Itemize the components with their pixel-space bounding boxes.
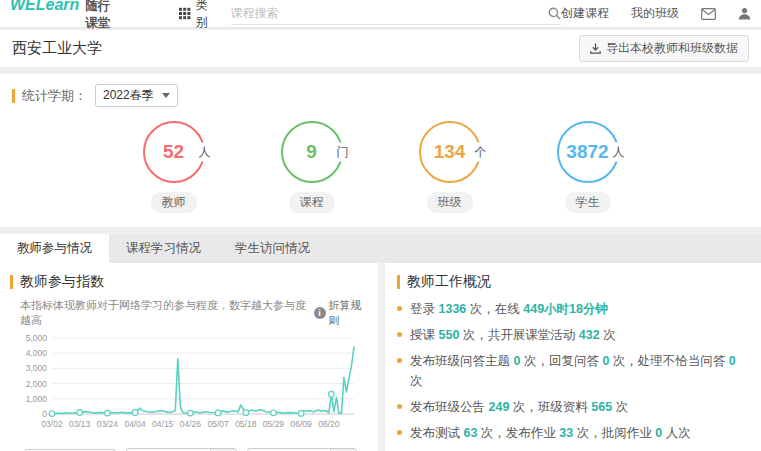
svg-text:5,000: 5,000	[26, 333, 48, 343]
category-label: 类别	[196, 0, 217, 31]
tab-course-learning[interactable]: 课程学习情况	[109, 234, 218, 263]
messages-button[interactable]	[701, 8, 716, 20]
svg-text:03/13: 03/13	[69, 419, 91, 429]
report-tabs: 教师参与情况 课程学习情况 学生访问情况	[0, 234, 761, 263]
participation-line-chart: 01,0002,0003,0004,0005,00003/0203/1303/2…	[10, 330, 370, 444]
svg-text:06/20: 06/20	[318, 419, 340, 429]
work-stat-number: 249	[488, 400, 509, 414]
work-stat-text: 次，在线	[466, 302, 523, 316]
work-stat-text: 次	[600, 328, 616, 342]
school-header: 西安工业大学 导出本校教师和班级数据	[0, 30, 761, 67]
work-stat-number: 33	[559, 426, 573, 440]
work-stat-text: 次，批阅作业	[573, 426, 655, 440]
work-stat-text: 发布班级问答主题	[410, 354, 513, 368]
svg-text:03/02: 03/02	[41, 419, 63, 429]
stat-classes: 134 个 班级	[419, 121, 481, 213]
svg-text:05/29: 05/29	[263, 419, 285, 429]
svg-text:04/26: 04/26	[180, 419, 202, 429]
participation-description: 本指标体现教师对于网络学习的参与程度，数字越大参与度越高	[20, 298, 311, 328]
bullet-icon	[397, 306, 402, 311]
accent-bar	[12, 89, 15, 103]
conversion-rule-link[interactable]: 折算规则	[329, 298, 371, 328]
download-icon	[590, 43, 601, 54]
teacher-work-panel: 教师工作概况 登录 1336 次，在线 449小时18分钟授课 550 次，共开…	[385, 263, 761, 451]
work-stat-text: 人次	[662, 426, 690, 440]
svg-text:3,000: 3,000	[26, 363, 48, 373]
chevron-down-icon	[162, 93, 170, 98]
stat-unit: 门	[336, 143, 350, 162]
work-list-item: 发布测试 63 次，发布作业 33 次，批阅作业 0 人次	[397, 423, 749, 443]
teacher-work-list: 登录 1336 次，在线 449小时18分钟授课 550 次，共开展课堂活动 4…	[397, 299, 749, 451]
stat-unit: 人	[612, 143, 626, 162]
work-stat-number: 63	[463, 426, 477, 440]
category-menu[interactable]: 类别	[179, 0, 216, 31]
line-chart-svg: 01,0002,0003,0004,0005,00003/0203/1303/2…	[10, 330, 366, 440]
work-stat-text: 发布班级公告	[410, 400, 488, 414]
welearn-logo[interactable]: WELearn 随行课堂	[10, 0, 121, 32]
stat-label: 学生	[565, 192, 611, 213]
stat-label: 班级	[427, 192, 473, 213]
work-stat-text: 次，回复问答	[520, 354, 602, 368]
stat-label: 教师	[151, 192, 197, 213]
stat-courses: 9 门 课程	[281, 121, 343, 213]
work-list-item: 授课 550 次，共开展课堂活动 432 次	[397, 325, 749, 345]
svg-text:2,000: 2,000	[26, 379, 48, 389]
stat-value: 134	[434, 141, 466, 163]
work-list-item: 登录 1336 次，在线 449小时18分钟	[397, 299, 749, 319]
stat-students: 3872 人 学生	[557, 121, 619, 213]
accent-bar	[10, 275, 13, 289]
svg-text:04/15: 04/15	[152, 419, 174, 429]
tab-teacher-participation[interactable]: 教师参与情况	[0, 234, 109, 263]
semester-filter-label: 统计学期：	[22, 87, 87, 105]
svg-text:4,000: 4,000	[26, 348, 48, 358]
accent-bar	[397, 275, 400, 289]
work-stat-text: 登录	[410, 302, 438, 316]
navbar-right: 创建课程 我的班级	[561, 5, 751, 22]
stat-value: 52	[163, 141, 184, 163]
work-stat-number: 432	[579, 328, 600, 342]
user-icon	[738, 7, 751, 20]
mail-icon	[701, 8, 716, 20]
account-button[interactable]	[738, 7, 751, 20]
semester-select-value: 2022春季	[103, 87, 154, 104]
stat-value: 9	[306, 141, 317, 163]
svg-text:04/04: 04/04	[124, 419, 146, 429]
my-classes-link[interactable]: 我的班级	[631, 5, 679, 22]
top-navbar: WELearn 随行课堂 类别 创建课程 我的班级	[0, 0, 761, 28]
stat-unit: 个	[474, 143, 488, 162]
svg-text:05/07: 05/07	[207, 419, 229, 429]
work-stat-text: 次，班级资料	[509, 400, 591, 414]
bullet-icon	[397, 404, 402, 409]
semester-stats-card: 统计学期： 2022春季 52 人 教师 9 门 课程	[0, 74, 761, 227]
export-data-button[interactable]: 导出本校教师和班级数据	[579, 35, 749, 62]
info-icon[interactable]: i	[314, 307, 326, 319]
bullet-icon	[397, 430, 402, 435]
brand-suffix-text: 随行课堂	[85, 0, 121, 32]
export-button-label: 导出本校教师和班级数据	[606, 40, 738, 57]
stat-teachers: 52 人 教师	[143, 121, 205, 213]
stat-unit: 人	[198, 143, 212, 162]
stat-label: 课程	[289, 192, 335, 213]
work-stat-number: 449小时18分钟	[523, 302, 608, 316]
svg-text:0: 0	[42, 409, 47, 419]
semester-select[interactable]: 2022春季	[95, 84, 178, 107]
participation-panel-title: 教师参与指数	[20, 273, 104, 291]
tab-content: 教师参与指数 本指标体现教师对于网络学习的参与程度，数字越大参与度越高 i 折算…	[0, 263, 761, 451]
svg-text:03/24: 03/24	[97, 419, 119, 429]
work-stat-number: 0	[729, 354, 736, 368]
brand-text: WELearn	[10, 0, 79, 14]
create-course-link[interactable]: 创建课程	[561, 5, 609, 22]
search-input[interactable]	[231, 6, 548, 20]
svg-text:05/18: 05/18	[235, 419, 257, 429]
course-search	[231, 3, 561, 25]
work-list-item: 发布班级问答主题 0 次，回复问答 0 次，处理不恰当问答 0 次	[397, 351, 749, 391]
search-icon[interactable]	[548, 7, 561, 20]
stat-circles: 52 人 教师 9 门 课程 134 个 班级	[12, 121, 749, 213]
work-stat-text: 发布测试	[410, 426, 463, 440]
stat-value: 3872	[566, 141, 608, 163]
work-panel-title: 教师工作概况	[407, 273, 491, 291]
page-title: 西安工业大学	[12, 39, 102, 58]
welearn-admin-page: WELearn 随行课堂 类别 创建课程 我的班级 西安工业大学 导出本校教师和…	[0, 0, 761, 451]
tab-student-visits[interactable]: 学生访问情况	[218, 234, 327, 263]
bullet-icon	[397, 358, 402, 363]
